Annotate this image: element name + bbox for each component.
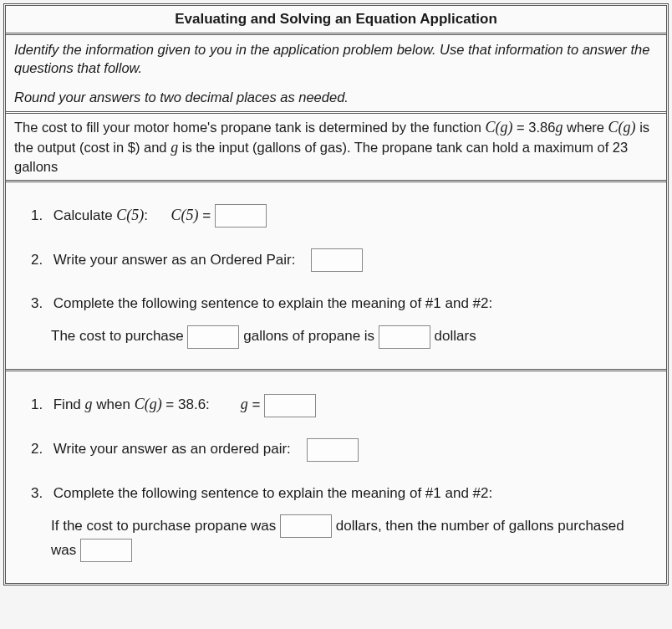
answer-input-a3-gallons[interactable] <box>187 325 239 349</box>
question-text-mid: when <box>93 396 135 412</box>
fill-mid: gallons of propane is <box>243 328 379 344</box>
answer-label-eq: = <box>199 207 215 223</box>
question-number: 2. <box>31 248 49 273</box>
question-a2: 2. Write your answer as an Ordered Pair: <box>31 243 649 278</box>
answer-label-var: g <box>241 396 248 412</box>
answer-input-a1[interactable] <box>215 204 267 228</box>
problem-statement: The cost to fill your motor home's propa… <box>6 114 666 182</box>
worksheet-container: Evaluating and Solving an Equation Appli… <box>3 3 669 586</box>
fill-pre: The cost to purchase <box>51 328 187 344</box>
answer-input-a3-dollars[interactable] <box>379 325 430 349</box>
question-number: 3. <box>31 292 49 316</box>
fill-pre: If the cost to purchase propane was <box>51 518 280 534</box>
question-text-pre: Find <box>53 396 85 412</box>
question-b1: 1. Find g when C(g) = 38.6: g = <box>31 386 649 422</box>
question-math: C(g) <box>135 396 162 412</box>
instructions-main: Identify the information given to you in… <box>14 40 658 78</box>
worksheet-title: Evaluating and Solving an Equation Appli… <box>6 6 666 35</box>
answer-input-b3-dollars[interactable] <box>280 514 332 538</box>
problem-func-lhs: C(g) <box>486 119 513 136</box>
question-number: 1. <box>31 204 49 228</box>
instructions-block: Identify the information given to you in… <box>6 35 666 114</box>
question-a1: 1. Calculate C(5): C(5) = <box>31 197 649 233</box>
question-b2: 2. Write your answer as an ordered pair: <box>31 432 649 467</box>
question-b3-fill: If the cost to purchase propane was doll… <box>51 514 649 563</box>
problem-func-var2: g <box>171 139 178 156</box>
answer-label-eq: = <box>248 396 264 412</box>
question-number: 1. <box>31 393 49 417</box>
question-text: Complete the following sentence to expla… <box>53 485 492 501</box>
question-colon: : <box>144 207 148 223</box>
answer-input-b1[interactable] <box>264 394 316 417</box>
question-var: g <box>85 396 93 412</box>
question-text: Write your answer as an ordered pair: <box>53 441 291 457</box>
question-a3-fill: The cost to purchase gallons of propane … <box>51 325 649 349</box>
question-text: Complete the following sentence to expla… <box>53 295 492 311</box>
answer-input-b2[interactable] <box>307 438 359 462</box>
answer-input-b3-gallons[interactable] <box>80 539 132 562</box>
question-b3: 3. Complete the following sentence to ex… <box>31 477 649 568</box>
section-b: 1. Find g when C(g) = 38.6: g = 2. Write… <box>6 371 666 582</box>
question-number: 2. <box>31 437 49 462</box>
question-number: 3. <box>31 482 49 506</box>
problem-text-pre: The cost to fill your motor home's propa… <box>14 120 486 135</box>
question-math: C(5) <box>116 207 144 223</box>
question-text: Calculate <box>53 207 117 223</box>
question-eq: = 38.6: <box>162 396 210 412</box>
problem-func-lhs2: C(g) <box>608 119 636 136</box>
section-a: 1. Calculate C(5): C(5) = 2. Write your … <box>6 182 666 372</box>
problem-func-mid: where <box>563 120 608 135</box>
question-a3: 3. Complete the following sentence to ex… <box>31 287 649 354</box>
fill-post: dollars <box>435 328 476 344</box>
answer-input-a2[interactable] <box>311 248 363 272</box>
instructions-round: Round your answers to two decimal places… <box>14 88 658 106</box>
question-text: Write your answer as an Ordered Pair: <box>53 252 296 268</box>
answer-label-math: C(5) <box>171 207 199 223</box>
problem-func-eq: = 3.86 <box>513 120 556 135</box>
